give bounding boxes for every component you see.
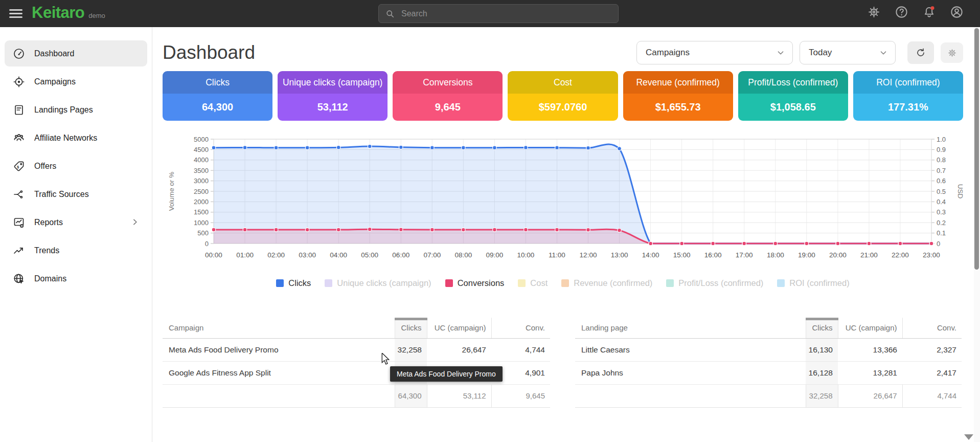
legend-swatch (276, 279, 284, 287)
svg-text:1500: 1500 (194, 208, 209, 216)
refresh-button[interactable] (907, 41, 934, 64)
help-icon[interactable] (895, 5, 908, 19)
svg-text:0.2: 0.2 (937, 219, 946, 227)
scroll-down-indicator[interactable] (964, 434, 973, 440)
people-icon (13, 132, 25, 144)
svg-text:10:00: 10:00 (517, 251, 535, 259)
campaign-table-header-conv[interactable]: Conv. (491, 318, 550, 338)
chevron-down-icon (879, 48, 888, 57)
landing-table-total-cell: 4,744 (902, 384, 962, 407)
chevron-down-icon (776, 48, 785, 57)
landing-table-header-landing-page[interactable]: Landing page (575, 318, 806, 338)
legend-item-clicks[interactable]: Clicks (276, 278, 311, 288)
svg-text:21:00: 21:00 (860, 251, 878, 259)
date-range-select[interactable]: Today (800, 41, 896, 64)
document-icon (13, 104, 25, 116)
svg-text:19:00: 19:00 (798, 251, 815, 259)
gear-icon[interactable] (867, 5, 881, 19)
stat-card-value: 9,645 (393, 94, 503, 121)
svg-text:0: 0 (937, 240, 940, 248)
landing-table-value-cell: 13,281 (838, 361, 902, 384)
sidebar-item-trends[interactable]: Trends (5, 237, 147, 263)
scrollbar-thumb[interactable] (974, 28, 979, 270)
stat-card-profit-loss-confirmed: Profit/Loss (confirmed)$1,058.65 (738, 71, 848, 121)
legend-label: Unique clicks (campaign) (337, 278, 431, 288)
legend-label: ROI (confirmed) (789, 278, 849, 288)
avatar-icon[interactable] (950, 5, 964, 19)
landing-table-header-uc-campaign[interactable]: UC (campaign) (838, 318, 902, 338)
landing-table-total-cell: 32,258 (806, 384, 838, 407)
svg-text:1.0: 1.0 (937, 136, 946, 143)
landing-table-name-cell[interactable]: Little Caesars (575, 338, 806, 361)
search-input[interactable] (401, 9, 612, 18)
sidebar-item-reports[interactable]: Reports (5, 209, 147, 235)
sidebar-item-campaigns[interactable]: Campaigns (5, 69, 147, 95)
landing-table-total-cell: 26,647 (838, 384, 902, 407)
chart-settings-button[interactable] (941, 42, 963, 63)
legend-swatch (325, 279, 332, 287)
svg-text:0.4: 0.4 (937, 198, 946, 206)
chart-container: 00:0001:0002:0003:0004:0005:0006:0007:00… (163, 134, 963, 288)
svg-text:03:00: 03:00 (299, 251, 316, 259)
legend-item-roi-confirmed[interactable]: ROI (confirmed) (777, 278, 849, 288)
page-title: Dashboard (163, 42, 255, 63)
sidebar-item-affiliate-networks[interactable]: Affiliate Networks (5, 125, 147, 151)
sidebar-item-offers[interactable]: $Offers (5, 153, 147, 179)
legend-item-revenue-confirmed[interactable]: Revenue (confirmed) (561, 278, 652, 288)
stat-card-label: Conversions (393, 71, 503, 94)
svg-text:22:00: 22:00 (892, 251, 909, 259)
target-icon (13, 76, 25, 88)
landing-table-name-cell[interactable]: Papa Johns (575, 361, 806, 384)
campaign-table-header-clicks[interactable]: Clicks (395, 318, 427, 338)
campaign-table-total-cell (163, 384, 395, 407)
sidebar-item-label: Campaigns (34, 77, 76, 86)
sidebar-item-dashboard[interactable]: Dashboard (5, 40, 147, 67)
sidebar-item-domains[interactable]: Domains (5, 266, 147, 292)
sidebar-item-label: Offers (34, 162, 56, 171)
svg-text:02:00: 02:00 (267, 251, 285, 259)
campaign-table-name-cell[interactable]: Meta Ads Food Delivery Promo (163, 338, 395, 361)
sidebar-item-label: Dashboard (34, 49, 74, 58)
landing-table-header-clicks[interactable]: Clicks (806, 318, 838, 338)
grouping-select[interactable]: Campaigns (636, 41, 793, 64)
app-window: Keitaro demo (0, 0, 980, 442)
scrollbar-track[interactable] (974, 27, 980, 442)
svg-text:04:00: 04:00 (330, 251, 347, 259)
svg-text:0.6: 0.6 (937, 177, 946, 185)
bell-icon[interactable] (922, 5, 936, 19)
sidebar-item-label: Domains (34, 274, 66, 283)
sidebar-item-label: Traffic Sources (34, 190, 89, 199)
campaign-table-value-cell: 32,258 (395, 338, 427, 361)
sidebar-item-landings-pages[interactable]: Landings Pages (5, 97, 147, 123)
stat-card-label: Revenue (confirmed) (623, 71, 733, 94)
campaign-table-header-campaign[interactable]: Campaign (163, 318, 395, 338)
legend-item-conversions[interactable]: Conversions (445, 278, 505, 288)
svg-text:0.3: 0.3 (937, 208, 946, 216)
search-box[interactable] (378, 4, 619, 23)
svg-text:01:00: 01:00 (236, 251, 254, 259)
stat-card-label: Clicks (163, 71, 272, 94)
svg-text:500: 500 (197, 229, 209, 237)
keitaro-logo[interactable]: Keitaro demo (32, 4, 105, 22)
svg-text:$: $ (17, 165, 19, 169)
campaign-table-header-uc-campaign[interactable]: UC (campaign) (427, 318, 491, 338)
landing-table-header-conv[interactable]: Conv. (902, 318, 962, 338)
landing-table-row: Papa Johns16,12813,2812,417 (575, 361, 962, 384)
demo-badge: demo (88, 12, 105, 19)
campaign-table-total-cell: 9,645 (491, 384, 550, 407)
legend-item-unique-clicks-campaign[interactable]: Unique clicks (campaign) (325, 278, 431, 288)
hamburger-menu-icon[interactable] (9, 7, 22, 19)
stat-card-label: Profit/Loss (confirmed) (738, 71, 848, 94)
globe-icon (13, 273, 25, 285)
legend-swatch (518, 279, 526, 287)
legend-swatch (561, 279, 569, 287)
legend-item-cost[interactable]: Cost (518, 278, 548, 288)
hover-tooltip: Meta Ads Food Delivery Promo (390, 366, 503, 382)
campaign-table-name-cell[interactable]: Google Ads Fitness App Split (163, 361, 395, 384)
svg-text:09:00: 09:00 (486, 251, 503, 259)
legend-item-profit-loss-confirmed[interactable]: Profit/Loss (confirmed) (666, 278, 763, 288)
sidebar-item-traffic-sources[interactable]: Traffic Sources (5, 181, 147, 207)
sidebar-item-label: Reports (34, 218, 63, 227)
stat-card-cost: Cost$597.0760 (508, 71, 618, 121)
stat-card-label: ROI (confirmed) (853, 71, 963, 94)
